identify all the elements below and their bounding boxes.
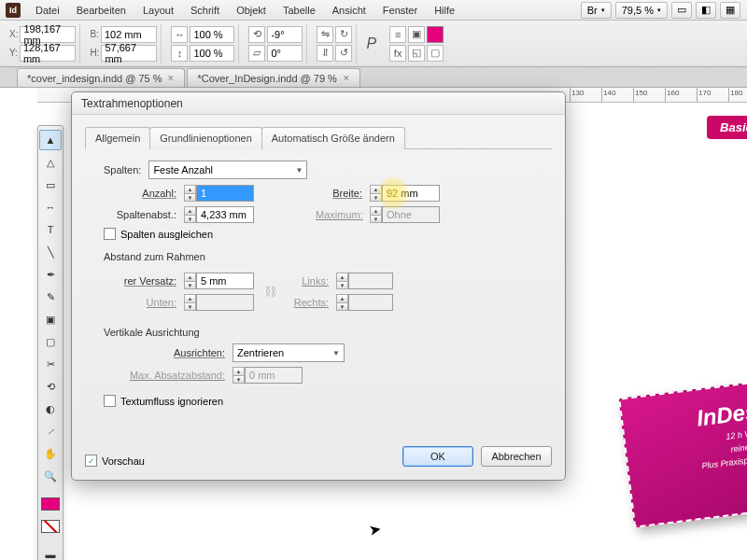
char-format-icon[interactable]: P <box>366 35 376 52</box>
rotate-field[interactable]: -9° <box>267 26 303 43</box>
view-mode-icon[interactable]: ▭ <box>671 2 692 19</box>
columns-type-select[interactable]: Feste Anzahl▼ <box>148 161 307 179</box>
inset-left-stepper: ▲▼ <box>336 273 393 289</box>
gutter-label: Spaltenabst.: <box>104 209 176 220</box>
menu-table[interactable]: Tabelle <box>275 3 323 18</box>
ignore-wrap-checkbox[interactable]: Textumfluss ignorieren <box>104 395 548 407</box>
app-logo: Id <box>6 3 21 18</box>
rotate-icon: ⟲ <box>248 26 265 43</box>
bridge-button[interactable]: Br▾ <box>581 2 612 19</box>
align-select[interactable]: Zentrieren▼ <box>233 343 345 362</box>
max-label: Maximum: <box>316 209 362 220</box>
dialog-tabs: Allgemein Grundlinienoptionen Automatisc… <box>85 126 552 149</box>
menu-type[interactable]: Schrift <box>183 3 227 18</box>
count-stepper[interactable]: ▲▼ 1 <box>184 185 254 202</box>
fill-swatch[interactable] <box>427 26 444 43</box>
inset-top-stepper[interactable]: ▲▼ 5 mm <box>184 273 254 289</box>
preview-checkbox[interactable]: ✓Vorschau <box>85 455 145 467</box>
menu-layout[interactable]: Layout <box>135 3 181 18</box>
ok-button[interactable]: OK <box>402 446 473 467</box>
document-tabs: *cover_indesign.indd @ 75 %✕ *Cover_InDe… <box>0 67 747 88</box>
effects-icon[interactable]: fx <box>389 45 406 62</box>
x-field[interactable]: 198,167 mm <box>20 26 76 43</box>
align-icon[interactable]: ≡ <box>389 26 406 43</box>
link-icon[interactable]: ⛓ <box>263 282 276 302</box>
menu-edit[interactable]: Bearbeiten <box>69 3 134 18</box>
scale-y-icon: ↕ <box>171 45 188 62</box>
transform-tool[interactable]: ⟲ <box>39 376 62 397</box>
scale-x-icon: ↔ <box>171 26 188 43</box>
inset-left-label: Links: <box>286 275 329 287</box>
rectangle-tool[interactable]: ▢ <box>39 331 62 352</box>
inset-title: Abstand zum Rahmen <box>104 251 548 262</box>
close-icon[interactable]: ✕ <box>167 74 175 83</box>
w-field[interactable]: 102 mm <box>101 26 157 43</box>
tab-general[interactable]: Allgemein <box>85 127 150 149</box>
inset-right-stepper: ▲▼ <box>336 294 393 311</box>
columns-label: Spalten: <box>104 164 141 175</box>
inset-bottom-stepper: ▲▼ <box>184 294 254 311</box>
balance-checkbox[interactable]: Spalten ausgleichen <box>104 228 213 240</box>
tab-baseline[interactable]: Grundlinienoptionen <box>149 127 261 149</box>
tools-panel: ▲ △ ▭ ↔ T ╲ ✒ ✎ ▣ ▢ ✂ ⟲ ◐ ⟋ ✋ 🔍 ▬ <box>37 125 63 560</box>
menu-view[interactable]: Ansicht <box>325 3 374 18</box>
valign-title: Vertikale Ausrichtung <box>104 327 548 338</box>
zoom-tool[interactable]: 🔍 <box>39 466 62 486</box>
menu-file[interactable]: Datei <box>28 3 67 18</box>
menu-object[interactable]: Objekt <box>229 3 274 18</box>
arrange-icon[interactable]: ▦ <box>720 2 740 19</box>
wrap-icon[interactable]: ▣ <box>408 26 425 43</box>
close-icon[interactable]: ✕ <box>343 74 350 83</box>
dialog-title: Textrahmenoptionen <box>72 92 565 115</box>
inset-right-label: Rechts: <box>286 297 329 308</box>
type-tool[interactable]: T <box>39 219 62 240</box>
pencil-tool[interactable]: ✎ <box>39 287 62 307</box>
doc-tab-2[interactable]: *Cover_InDesign.indd @ 79 %✕ <box>187 68 359 87</box>
scale-y-field[interactable]: 100 % <box>190 45 234 62</box>
y-field[interactable]: 128,167 mm <box>20 45 76 62</box>
pink-card: InDesign 12 h Video-Trainin reines Know-… <box>618 375 747 527</box>
para-stepper: ▲▼ 0 mm <box>233 367 303 384</box>
zoom-select[interactable]: 79,5 %▾ <box>615 2 668 19</box>
rectangle-frame-tool[interactable]: ▣ <box>39 309 62 329</box>
hand-tool[interactable]: ✋ <box>39 443 62 464</box>
flip-v-icon[interactable]: ⥯ <box>317 45 333 62</box>
gutter-stepper[interactable]: ▲▼ 4,233 mm <box>184 206 254 223</box>
h-field[interactable]: 57,667 mm <box>101 45 157 62</box>
view-mode-tool[interactable]: ▬ <box>39 544 62 560</box>
basics-tag: Basics & <box>707 116 747 139</box>
scissors-tool[interactable]: ✂ <box>39 354 62 374</box>
eyedropper-tool[interactable]: ⟋ <box>39 421 62 441</box>
fill-color[interactable] <box>39 494 62 514</box>
selection-tool[interactable]: ▲ <box>39 130 62 150</box>
stroke-icon[interactable]: ▢ <box>427 45 444 62</box>
cancel-button[interactable]: Abbrechen <box>481 446 552 467</box>
screen-mode-icon[interactable]: ◧ <box>696 2 716 19</box>
doc-tab-1[interactable]: *cover_indesign.indd @ 75 %✕ <box>17 68 185 87</box>
gradient-tool[interactable]: ◐ <box>39 399 62 419</box>
para-label: Max. Absatzabstand: <box>104 370 225 381</box>
shear-field[interactable]: 0° <box>267 45 303 62</box>
menu-help[interactable]: Hilfe <box>427 3 462 18</box>
count-label: Anzahl: <box>104 188 176 199</box>
inset-top-label: rer Versatz: <box>104 275 176 287</box>
corner-icon[interactable]: ◱ <box>408 45 425 62</box>
gap-tool[interactable]: ↔ <box>39 197 62 217</box>
direct-select-tool[interactable]: △ <box>39 152 62 173</box>
rotate-ccw-icon[interactable]: ↺ <box>335 45 352 62</box>
line-tool[interactable]: ╲ <box>39 242 62 262</box>
rotate-cw-icon[interactable]: ↻ <box>335 26 352 43</box>
max-stepper: ▲▼ Ohne <box>370 206 440 223</box>
menu-window[interactable]: Fenster <box>375 3 425 18</box>
stroke-color[interactable] <box>39 516 62 537</box>
flip-h-icon[interactable]: ⇋ <box>317 26 333 43</box>
menu-bar: Id Datei Bearbeiten Layout Schrift Objek… <box>0 0 747 21</box>
pen-tool[interactable]: ✒ <box>39 264 62 285</box>
text-frame-options-dialog: Textrahmenoptionen Allgemein Grundlinien… <box>71 91 566 481</box>
width-label: Breite: <box>316 188 362 199</box>
width-stepper[interactable]: ▲▼ 92 mm <box>370 185 440 202</box>
page-tool[interactable]: ▭ <box>39 175 62 195</box>
tab-autosize[interactable]: Automatisch Größe ändern <box>261 127 405 149</box>
inset-bottom-label: Unten: <box>104 297 176 308</box>
scale-x-field[interactable]: 100 % <box>190 26 234 43</box>
